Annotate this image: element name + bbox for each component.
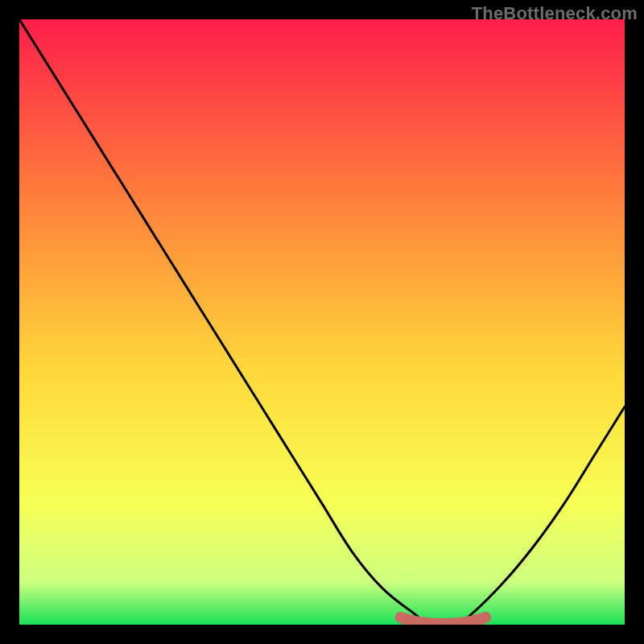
optimal-range-marker xyxy=(401,617,485,624)
bottleneck-curve xyxy=(19,19,625,625)
chart-container: TheBottleneck.com xyxy=(0,0,644,644)
curve-layer xyxy=(19,19,625,625)
plot-area xyxy=(19,19,625,625)
